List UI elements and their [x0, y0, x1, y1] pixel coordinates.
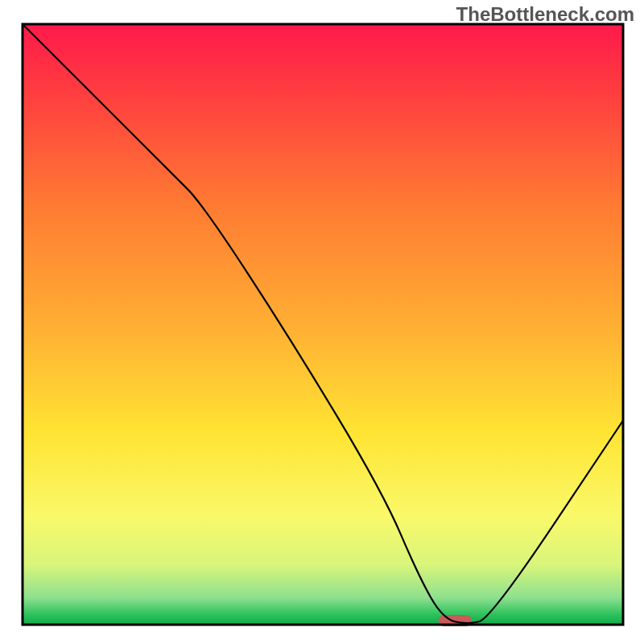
watermark-label: TheBottleneck.com — [456, 3, 634, 26]
chart-container: TheBottleneck.com — [0, 0, 644, 644]
bottleneck-chart — [0, 0, 644, 644]
